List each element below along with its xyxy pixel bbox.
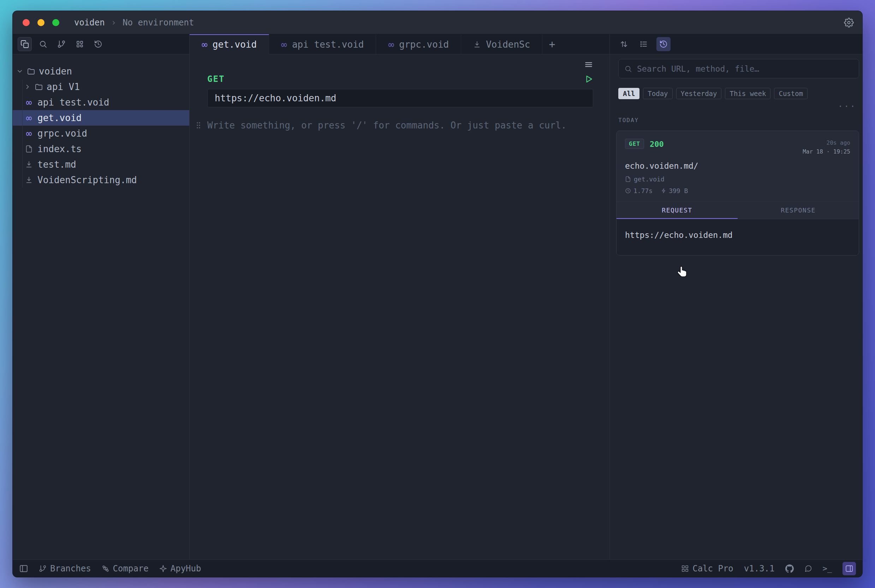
app-window: voiden › No environment	[12, 10, 863, 578]
filter-chip-custom[interactable]: Custom	[774, 88, 807, 99]
url-input[interactable]	[207, 89, 593, 107]
tab-get-void[interactable]: ∞ get.void	[189, 34, 269, 54]
tab-voidenscripting[interactable]: VoidenSc	[461, 34, 543, 54]
sidebar-item-index-ts[interactable]: index.ts	[13, 141, 189, 157]
chevron-down-icon	[16, 68, 23, 75]
branches-label: Branches	[50, 564, 91, 573]
sidebar-item-api-v1[interactable]: api V1	[13, 79, 189, 94]
settings-gear-icon[interactable]	[844, 18, 854, 27]
compare-button[interactable]: Compare	[102, 564, 149, 573]
close-window-button[interactable]	[23, 19, 30, 26]
sidebar-item-grpc-void[interactable]: ∞ grpc.void	[13, 126, 189, 141]
request-host: echo.voiden.md/	[625, 161, 850, 171]
sidebar-item-api-test-void[interactable]: ∞ api test.void	[13, 94, 189, 110]
timestamp-block: 20s ago Mar 18 · 19:25	[803, 139, 850, 156]
chevron-right-icon	[24, 83, 31, 90]
desktop-background: voiden › No environment	[0, 0, 875, 588]
tab-label: grpc.void	[399, 39, 449, 50]
tree-item-label: voiden	[39, 66, 72, 76]
request-url-text: https://echo.voiden.md	[625, 231, 733, 240]
search-icon	[624, 65, 632, 73]
tree-item-label: get.void	[38, 112, 81, 123]
minimize-window-button[interactable]	[38, 19, 45, 26]
history-section-label: TODAY	[618, 117, 859, 123]
history-search[interactable]	[618, 59, 859, 78]
tab-api-test-void[interactable]: ∞ api test.void	[269, 34, 376, 54]
history-card-header: GET 200 20s ago Mar 18 · 19:25 echo.void…	[616, 131, 859, 201]
drag-handle-icon[interactable]	[196, 122, 201, 129]
bolt-icon	[661, 188, 666, 194]
sidebar-item-test-md[interactable]: test.md	[13, 157, 189, 172]
plan-indicator[interactable]: Calc Pro	[681, 564, 734, 573]
sort-icon[interactable]	[617, 37, 631, 51]
md-file-icon	[24, 160, 34, 168]
tab-label: get.void	[213, 39, 257, 50]
tree-item-label: api test.void	[38, 97, 110, 108]
compare-icon	[102, 565, 110, 573]
source-file-row: get.void	[625, 176, 850, 183]
compare-label: Compare	[113, 564, 149, 573]
request-editor: GET Write something, or press '/' for co…	[189, 54, 609, 560]
more-options-icon[interactable]: ···	[838, 104, 856, 109]
response-size: 399 B	[669, 187, 688, 195]
branches-button[interactable]: Branches	[39, 564, 91, 573]
git-branch-icon	[39, 565, 47, 573]
file-icon	[625, 176, 631, 182]
tab-grpc-void[interactable]: ∞ grpc.void	[376, 34, 461, 54]
sidebar-item-voidenscripting-md[interactable]: VoidenScripting.md	[13, 172, 189, 188]
terminal-icon[interactable]: >_	[823, 564, 832, 573]
tab-request[interactable]: REQUEST	[616, 202, 738, 219]
source-file-name: get.void	[634, 176, 665, 183]
md-file-icon	[24, 176, 34, 184]
method-row: GET	[207, 54, 593, 84]
activity-bar	[13, 34, 189, 54]
filter-chip-today[interactable]: Today	[643, 88, 672, 99]
sidebar-item-get-void[interactable]: ∞ get.void	[13, 110, 189, 126]
maximize-window-button[interactable]	[52, 19, 59, 26]
feedback-bubble-icon[interactable]	[804, 565, 812, 573]
sidebar-item-voiden[interactable]: voiden	[13, 63, 189, 79]
github-icon[interactable]	[785, 564, 794, 573]
file-icon	[24, 145, 34, 153]
tree-item-label: index.ts	[38, 144, 81, 154]
tab-label: VoidenSc	[486, 39, 530, 50]
apyhub-button[interactable]: ApyHub	[159, 564, 201, 573]
new-tab-button[interactable]: +	[543, 34, 561, 54]
infinity-icon: ∞	[281, 39, 287, 51]
request-duration: 1.77s	[633, 187, 652, 195]
history-card[interactable]: GET 200 20s ago Mar 18 · 19:25 echo.void…	[616, 130, 859, 255]
infinity-icon: ∞	[24, 112, 34, 124]
history-card-tabs: REQUEST RESPONSE	[616, 201, 859, 219]
list-view-icon[interactable]	[637, 37, 651, 51]
infinity-icon: ∞	[201, 39, 207, 51]
toggle-sidebar-icon[interactable]	[19, 564, 28, 573]
environment-selector[interactable]: No environment	[123, 18, 194, 27]
files-explorer-button[interactable]	[18, 37, 32, 51]
status-bar: Branches Compare ApyHub Calc Pro	[13, 560, 862, 577]
extensions-button[interactable]	[73, 37, 87, 51]
filter-chip-this-week[interactable]: This week	[725, 88, 770, 99]
editor-placeholder-row[interactable]: Write something, or press '/' for comman…	[207, 120, 593, 130]
editor-menu-button[interactable]	[584, 60, 593, 69]
tab-response[interactable]: RESPONSE	[738, 202, 859, 219]
git-branch-button[interactable]	[54, 37, 69, 51]
run-request-button[interactable]	[584, 75, 593, 84]
search-button[interactable]	[36, 37, 50, 51]
infinity-icon: ∞	[24, 97, 34, 108]
filter-chip-all[interactable]: All	[618, 88, 639, 99]
http-method-label[interactable]: GET	[207, 74, 225, 84]
request-stats: 1.77s 399 B	[625, 187, 850, 195]
apyhub-label: ApyHub	[171, 564, 201, 573]
file-tree-sidebar: voiden api V1 ∞ api test.void ∞	[13, 54, 189, 560]
history-search-input[interactable]	[637, 64, 853, 74]
titlebar: voiden › No environment	[13, 11, 862, 34]
grid-icon	[681, 565, 689, 573]
editor-placeholder-text: Write something, or press '/' for comman…	[207, 120, 566, 130]
toggle-right-panel-button[interactable]	[842, 562, 856, 575]
history-clock-icon[interactable]	[656, 37, 671, 51]
time-ago: 20s ago	[803, 139, 850, 147]
breadcrumb-separator: ›	[111, 18, 116, 27]
filter-chip-yesterday[interactable]: Yesterday	[676, 88, 722, 99]
history-button[interactable]	[91, 37, 105, 51]
method-badge: GET	[625, 139, 644, 149]
